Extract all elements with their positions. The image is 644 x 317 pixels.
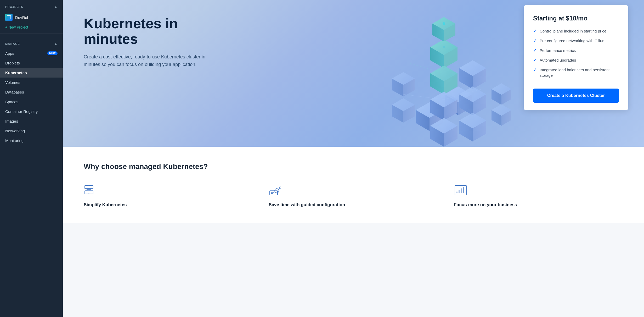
why-card-business: Focus more on your business (454, 183, 623, 207)
sidebar-item-networking[interactable]: Networking (0, 126, 63, 136)
sidebar-item-label-images: Images (5, 119, 58, 123)
pricing-feature-text-4: Integrated load balancers and persistent… (540, 67, 619, 78)
new-project-button[interactable]: + New Project (0, 23, 63, 31)
check-icon-3: ✓ (533, 58, 536, 63)
main-content: Kubernetes in minutes Create a cost-effe… (63, 0, 644, 317)
svg-rect-47 (85, 185, 89, 189)
svg-point-45 (443, 22, 445, 25)
why-section: Why choose managed Kubernetes? Simplify … (63, 147, 644, 223)
new-badge-apps: NEW (47, 51, 58, 55)
hero-illustration (356, 0, 539, 147)
check-icon-0: ✓ (533, 29, 536, 34)
svg-rect-48 (89, 185, 93, 189)
check-icon-1: ✓ (533, 38, 536, 43)
pricing-feature-0: ✓Control plane included in starting pric… (533, 28, 619, 34)
project-devrel[interactable]: DevRel (0, 12, 63, 23)
sidebar-item-volumes[interactable]: Volumes (0, 78, 63, 87)
pricing-feature-3: ✓Automated upgrades (533, 57, 619, 63)
pricing-feature-1: ✓Pre-configured networking with Cilium (533, 38, 619, 43)
pricing-feature-text-0: Control plane included in starting price (540, 28, 606, 34)
pricing-feature-text-1: Pre-configured networking with Cilium (540, 38, 606, 43)
network-icon (84, 183, 97, 197)
sidebar-divider (0, 34, 63, 34)
chart-icon (454, 183, 467, 197)
hero-title: Kubernetes in minutes (84, 16, 235, 47)
manage-toggle[interactable]: ▲ (54, 42, 58, 46)
why-card-simplify: Simplify Kubernetes (84, 183, 253, 207)
why-card-business-title: Focus more on your business (454, 202, 517, 207)
sidebar: PROJECTS ▲ DevRel + New Project MANAGE ▲… (0, 0, 63, 317)
hero-section: Kubernetes in minutes Create a cost-effe… (63, 0, 644, 147)
project-icon (5, 14, 13, 21)
manage-section: MANAGE ▲ AppsNEWDropletsKubernetesVolume… (0, 36, 63, 145)
sidebar-item-spaces[interactable]: Spaces (0, 97, 63, 107)
pricing-feature-4: ✓Integrated load balancers and persisten… (533, 67, 619, 78)
why-card-simplify-title: Simplify Kubernetes (84, 202, 127, 207)
svg-rect-49 (85, 191, 89, 194)
sidebar-item-databases[interactable]: Databases (0, 87, 63, 97)
sidebar-item-label-droplets: Droplets (5, 61, 58, 65)
sidebar-item-label-volumes: Volumes (5, 80, 58, 85)
sidebar-items-container: AppsNEWDropletsKubernetesVolumesDatabase… (0, 48, 63, 145)
sidebar-item-apps[interactable]: AppsNEW (0, 48, 63, 58)
sidebar-item-label-spaces: Spaces (5, 100, 58, 104)
sidebar-item-kubernetes[interactable]: Kubernetes (0, 68, 63, 78)
create-cluster-button[interactable]: Create a Kubernetes Cluster (533, 89, 619, 103)
hero-content: Kubernetes in minutes Create a cost-effe… (84, 16, 235, 68)
svg-rect-50 (89, 191, 93, 194)
sidebar-item-label-kubernetes: Kubernetes (5, 70, 58, 75)
pricing-feature-2: ✓Performance metrics (533, 48, 619, 53)
sidebar-item-label-networking: Networking (5, 129, 58, 133)
why-cards: Simplify Kubernetes Save time with guide… (84, 183, 623, 207)
manage-section-header: MANAGE ▲ (0, 37, 63, 48)
new-project-label: + New Project (5, 25, 28, 29)
sidebar-item-label-apps: Apps (5, 51, 47, 56)
check-icon-2: ✓ (533, 48, 536, 53)
config-icon (269, 183, 282, 197)
manage-label: MANAGE (5, 42, 20, 45)
why-card-guided: Save time with guided configuration (269, 183, 438, 207)
pricing-card: Starting at $10/mo ✓Control plane includ… (524, 5, 628, 110)
project-name: DevRel (15, 15, 28, 20)
sidebar-item-label-monitoring: Monitoring (5, 138, 58, 143)
pricing-title: Starting at $10/mo (533, 15, 619, 22)
pricing-feature-text-2: Performance metrics (540, 48, 576, 53)
projects-label: PROJECTS (5, 5, 23, 8)
svg-point-46 (443, 46, 445, 48)
sidebar-item-container-registry[interactable]: Container Registry (0, 107, 63, 116)
projects-toggle[interactable]: ▲ (54, 5, 58, 9)
sidebar-item-images[interactable]: Images (0, 116, 63, 126)
pricing-feature-text-3: Automated upgrades (540, 57, 576, 63)
svg-rect-58 (455, 185, 466, 195)
pricing-features: ✓Control plane included in starting pric… (533, 28, 619, 78)
sidebar-item-droplets[interactable]: Droplets (0, 58, 63, 68)
check-icon-4: ✓ (533, 67, 536, 72)
sidebar-item-label-databases: Databases (5, 90, 58, 94)
projects-section-header: PROJECTS ▲ (0, 0, 63, 12)
hero-subtitle: Create a cost-effective, ready-to-use Ku… (84, 53, 209, 68)
sidebar-item-monitoring[interactable]: Monitoring (0, 136, 63, 145)
why-section-title: Why choose managed Kubernetes? (84, 162, 623, 171)
sidebar-item-label-container-registry: Container Registry (5, 109, 58, 114)
why-card-guided-title: Save time with guided configuration (269, 202, 345, 207)
